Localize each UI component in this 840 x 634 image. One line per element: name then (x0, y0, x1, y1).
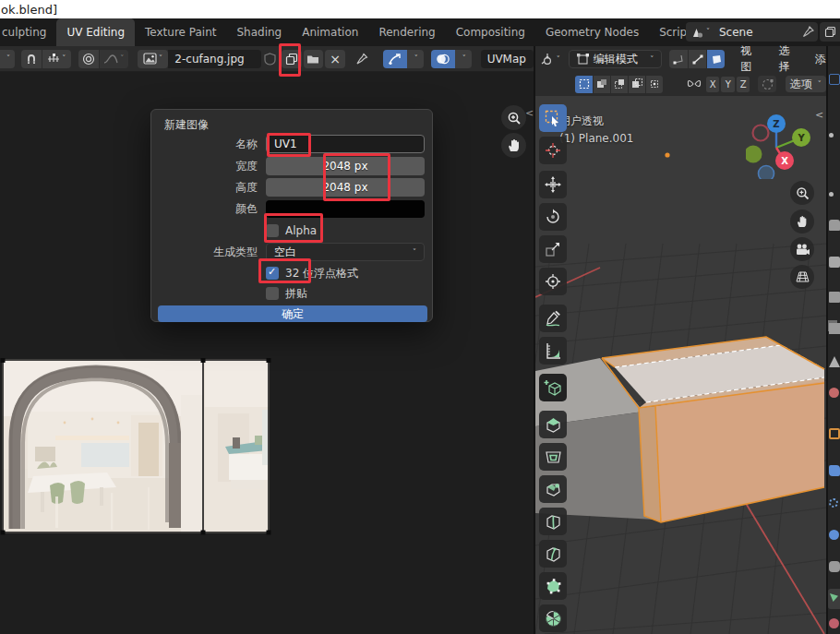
tool-loop-cut[interactable] (539, 508, 567, 535)
vertex-select-toggle[interactable] (669, 50, 688, 68)
tab-scene[interactable] (829, 356, 840, 367)
transform-pivot-dropdown[interactable]: ˅ (538, 50, 563, 68)
tab-object-data-active[interactable] (828, 589, 840, 609)
tab-particles[interactable] (829, 498, 838, 508)
tab-modifiers[interactable] (829, 465, 840, 476)
tab-output[interactable] (829, 292, 840, 303)
selectmode-invert[interactable] (628, 76, 645, 93)
tab-object[interactable] (829, 428, 840, 439)
overlays-dropdown[interactable]: ˅ (455, 50, 472, 68)
tool-cursor[interactable] (539, 137, 567, 164)
tab-view-layer[interactable] (829, 323, 840, 334)
show-gizmo-toggle[interactable] (383, 50, 407, 68)
tab-render[interactable] (829, 257, 840, 268)
tab-tool[interactable] (829, 220, 840, 231)
tool-annotate[interactable] (539, 305, 567, 332)
tab-rendering[interactable]: Rendering (368, 18, 445, 46)
tab-animation[interactable]: Animation (292, 18, 368, 46)
tool-scale[interactable] (539, 235, 567, 263)
selectmode-subtract[interactable] (610, 76, 628, 93)
tab-world[interactable] (829, 388, 839, 398)
menu-add-partial[interactable]: 添 (809, 52, 826, 67)
annotation-float32 (258, 258, 311, 283)
selectmode-set[interactable] (575, 76, 593, 93)
open-image-folder-button[interactable] (304, 50, 324, 68)
pan-hand-icon[interactable] (790, 209, 814, 233)
tool-extrude-region[interactable] (539, 411, 567, 438)
mirror-z-toggle[interactable]: Z (737, 77, 750, 92)
properties-tab-column[interactable] (828, 46, 840, 634)
mode-dropdown[interactable]: 编辑模式 ˅ (569, 50, 663, 68)
menu-view[interactable]: 视图 (734, 43, 766, 75)
tool-measure[interactable] (539, 337, 567, 365)
pin-image-icon[interactable] (352, 50, 372, 68)
tab-geometry-nodes[interactable]: Geometry Nodes (535, 18, 649, 46)
snap-magnet-icon[interactable] (21, 50, 42, 68)
tab-uv-editing[interactable]: UV Editing (56, 18, 135, 46)
proportional-edit-icon[interactable] (78, 50, 99, 68)
tool-spin[interactable] (539, 604, 567, 632)
viewport-canvas[interactable]: 用户透视 (1) Plane.001 < Z Y X (535, 96, 826, 634)
tool-add-cube[interactable] (539, 374, 567, 401)
tool-bevel[interactable] (539, 475, 567, 503)
tool-move[interactable] (539, 171, 567, 198)
viewport-collapse-arrow[interactable]: < (815, 109, 823, 121)
uvmap-selector[interactable]: UVMap (481, 50, 534, 68)
uv-editor-header: ˅ ˅ ˅ ˅ 2-cufang.jpg (0, 46, 534, 72)
unlink-image-button[interactable]: × (325, 50, 345, 68)
show-overlays-toggle[interactable] (431, 50, 455, 68)
mirror-x-toggle[interactable]: X (706, 77, 719, 92)
view-perspective-label: 用户透视 (559, 113, 633, 130)
editor-type-dropdown[interactable]: ˅ (0, 50, 15, 68)
image-browse-dropdown[interactable]: ˅ (138, 50, 169, 68)
annotation-copy-button (279, 43, 301, 77)
annotation-alpha (264, 213, 323, 243)
fake-user-shield-icon[interactable] (261, 50, 280, 68)
pin-scene-icon[interactable] (798, 22, 818, 42)
falloff-dropdown[interactable]: ˅ (99, 50, 128, 68)
tool-transform[interactable] (539, 268, 567, 295)
properties-editor-icon[interactable] (829, 74, 840, 85)
tab-texture-paint[interactable]: Texture Paint (135, 18, 226, 46)
uv-zoom-button[interactable] (501, 105, 526, 130)
svg-text:X: X (781, 156, 788, 166)
new-scene-button[interactable] (820, 22, 840, 42)
props-dot-2 (829, 192, 834, 197)
annotation-name-value (267, 133, 311, 157)
menu-select[interactable]: 选择 (773, 43, 805, 75)
viewport-overlay-text: 用户透视 (1) Plane.001 (559, 113, 633, 148)
options-dropdown[interactable]: 选项˅ (786, 76, 826, 92)
tab-physics[interactable] (829, 530, 839, 540)
image-name-field[interactable]: 2-cufang.jpg (168, 50, 261, 68)
mirror-y-toggle[interactable]: Y (721, 77, 734, 92)
tab-material[interactable] (829, 618, 839, 628)
gizmo-dropdown[interactable]: ˅ (407, 50, 424, 68)
tool-poly-build[interactable] (539, 572, 567, 600)
uv-collapse-arrow[interactable]: < (525, 107, 534, 119)
scene-selector[interactable]: ˅ Scene (686, 22, 818, 42)
tab-sculpting[interactable]: culpting (0, 18, 56, 46)
tool-select-box[interactable] (539, 104, 567, 132)
ok-button[interactable]: 确定 (158, 305, 427, 322)
zoom-icon[interactable] (790, 181, 814, 205)
navigation-gizmo[interactable]: Z Y X (746, 111, 810, 179)
uv-pan-button[interactable] (501, 133, 526, 158)
snap-with-dropdown[interactable]: ˅ (42, 50, 71, 68)
tab-constraints[interactable] (829, 561, 840, 572)
face-select-toggle[interactable] (706, 50, 725, 68)
scene-name[interactable]: Scene (714, 26, 798, 39)
scene-icon[interactable]: ˅ (686, 22, 714, 42)
selectmode-intersect[interactable] (645, 76, 663, 93)
proportional-falloff-icon[interactable] (758, 76, 775, 92)
camera-view-icon[interactable] (790, 237, 814, 261)
tiled-checkbox[interactable] (266, 287, 279, 300)
tool-knife[interactable] (539, 540, 567, 568)
color-label: 颜色 (151, 201, 266, 217)
tool-rotate[interactable] (539, 203, 567, 231)
ortho-grid-icon[interactable] (790, 265, 814, 289)
tool-inset-faces[interactable] (539, 443, 567, 471)
tab-shading[interactable]: Shading (226, 18, 292, 46)
selectmode-extend[interactable] (593, 76, 610, 93)
tab-compositing[interactable]: Compositing (446, 18, 535, 46)
edge-select-toggle[interactable] (688, 50, 706, 68)
